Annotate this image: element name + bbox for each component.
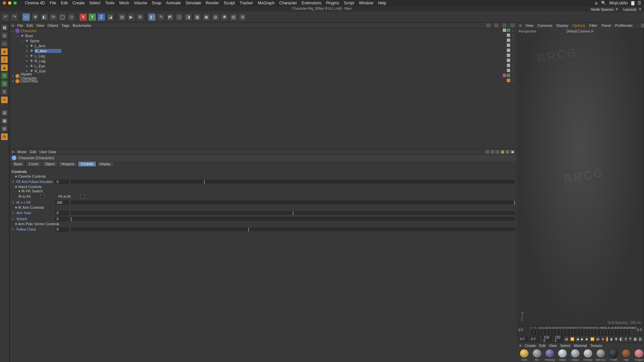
tree-object-name[interactable]: LIGHTING [20, 79, 47, 83]
om-menu-view[interactable]: View [36, 23, 44, 27]
tree-expander-icon[interactable]: – [20, 39, 24, 43]
ik-fk-slider[interactable] [71, 201, 515, 204]
redo-icon[interactable]: ↷ [10, 13, 18, 21]
anim-dot-icon[interactable] [12, 228, 14, 231]
vp-menu-panel[interactable]: Panel [601, 23, 611, 27]
tree-object-name[interactable]: L_Arm [35, 44, 61, 48]
tree-object-name[interactable]: L_Eye [35, 64, 61, 68]
menu-extensions[interactable]: Extensions [302, 1, 321, 5]
menu-script[interactable]: Script [344, 1, 354, 5]
clavicle-group[interactable]: ▾ Clavicle Controls [15, 174, 515, 179]
attr-tab-object[interactable]: Object [42, 161, 58, 167]
quantize-icon[interactable]: ⟳ [1, 133, 8, 140]
zoom-window-icon[interactable] [13, 1, 17, 5]
axis-x-toggle[interactable]: X [79, 13, 87, 21]
add-camera-icon[interactable]: ◍ [211, 13, 219, 21]
vp-menu-options[interactable]: Options [573, 23, 585, 27]
material-tongue[interactable]: Tongue [633, 349, 644, 361]
layer-dots-icon[interactable]: ⋮ [511, 74, 515, 78]
live-select-icon[interactable]: ⊙ [67, 13, 75, 21]
material-list[interactable]: GoldBGPiercingGlassGlassFramesBelt bucT-… [517, 348, 644, 362]
tag-grey-icon[interactable] [507, 59, 510, 62]
tree-object-name[interactable]: L_Leg [35, 54, 61, 58]
layer-dots-icon[interactable]: ⋮ [511, 79, 515, 83]
mm-menu-material[interactable]: Material [574, 344, 587, 348]
ik-fk-value[interactable]: 100 [55, 200, 69, 205]
om-menu-object[interactable]: Object [48, 23, 58, 27]
play-icon[interactable]: ▶ [581, 336, 584, 342]
select-tool-icon[interactable]: ▭ [22, 13, 30, 21]
menu-snap[interactable]: Snap [152, 1, 161, 5]
tree-row-l_eye[interactable]: +✚L_Eye⋮ [10, 63, 517, 68]
material-frames[interactable]: Frames [582, 349, 594, 361]
anim-dot-icon[interactable] [12, 218, 14, 220]
menu-tracker[interactable]: Tracker [239, 1, 253, 5]
anim-dot-icon[interactable] [12, 201, 14, 204]
render-settings-icon[interactable]: ⚙ [136, 13, 144, 21]
key-pos-icon[interactable]: ✥ [614, 336, 618, 342]
am-back-icon[interactable]: ← [485, 150, 489, 154]
om-filter-icon[interactable] [494, 23, 498, 27]
tree-object-name[interactable]: R_Arm [35, 49, 61, 53]
layer-dots-icon[interactable]: ⋮ [511, 64, 515, 68]
tree-row-spine[interactable]: –✚Spine⋮ [10, 38, 517, 43]
fk-to-ik-checkbox[interactable] [80, 195, 84, 198]
next-frame-icon[interactable]: ▶ [585, 336, 589, 342]
add-scene-icon[interactable]: ▣ [202, 13, 210, 21]
am-menu-mode[interactable]: Mode [17, 150, 26, 154]
last-tool-icon[interactable]: ◯ [58, 13, 66, 21]
tree-object-name[interactable]: Root [25, 34, 52, 38]
menu-mograph[interactable]: MoGraph [258, 1, 275, 5]
key-opts-icon[interactable]: ▤ [638, 336, 642, 342]
tree-expander-icon[interactable]: – [16, 34, 19, 38]
viewport-display-icon[interactable]: ⊞ [238, 13, 247, 21]
edge-mode-icon[interactable]: │ [1, 56, 8, 63]
tree-row-root[interactable]: –✚Root⋮ [10, 33, 517, 38]
material-glass[interactable]: Glass [570, 349, 581, 361]
axis-z-toggle[interactable]: Z [97, 13, 105, 21]
material-gold[interactable]: Gold [519, 349, 530, 361]
key-scale-icon[interactable]: ◧ [619, 336, 623, 342]
material-hair[interactable]: Hair [621, 349, 632, 361]
add-modeling-icon[interactable]: ◫ [175, 13, 183, 21]
attr-tab-coord[interactable]: Coord. [25, 161, 42, 167]
am-lock-icon[interactable]: 🔒 [500, 150, 504, 154]
attr-tab-basic[interactable]: Basic [11, 161, 25, 167]
tweak-icon[interactable]: ✧ [1, 96, 8, 104]
tag-grey-icon[interactable] [507, 69, 510, 72]
mm-hamburger-icon[interactable]: ≡ [519, 344, 521, 348]
anim-dot-icon[interactable] [12, 180, 14, 183]
fk-arm-follow-slider[interactable] [71, 180, 515, 183]
add-deformer-icon[interactable]: ◨ [184, 13, 192, 21]
tree-row-l_leg[interactable]: +✚L_Leg⋮ [10, 53, 517, 58]
layer-dots-icon[interactable]: ⋮ [511, 49, 515, 53]
menu-mesh[interactable]: Mesh [119, 1, 129, 5]
add-spline-icon[interactable]: ✎ [157, 13, 165, 21]
tree-expander-icon[interactable]: + [25, 44, 29, 48]
prev-frame-icon[interactable]: ◀ [576, 336, 579, 342]
tree-object-name[interactable]: Character [20, 29, 47, 33]
attr-tab-controls[interactable]: Controls [78, 161, 96, 167]
tag-grey-icon[interactable] [507, 54, 510, 57]
mm-menu-select[interactable]: Select [560, 344, 571, 348]
ik-to-fk-checkbox[interactable] [41, 195, 44, 198]
render-picture-icon[interactable]: ▶ [127, 13, 135, 21]
follow-chest-value[interactable]: 0 [55, 227, 69, 232]
om-view-icon[interactable] [502, 23, 506, 27]
point-mode-icon[interactable]: ● [1, 48, 8, 55]
ikfk-switch-group[interactable]: ▾ IK-FK Switch [18, 189, 515, 193]
move-tool-icon[interactable]: ✥ [31, 13, 39, 21]
attr-tab-hotspots[interactable]: Hotspots [58, 161, 77, 167]
frame-end-field-2[interactable]: 150 F [553, 335, 563, 344]
add-cube-icon[interactable]: ◧ [148, 13, 156, 21]
add-light-icon[interactable]: ✺ [220, 13, 228, 21]
vp-menu-display[interactable]: Display [556, 23, 569, 27]
snap-s2-icon[interactable]: S [1, 80, 8, 87]
om-menu-tags[interactable]: Tags [62, 23, 69, 27]
am-hamburger-icon[interactable]: ≡ [12, 150, 14, 154]
ik-arm-group[interactable]: ▾ IK Arm Controls [15, 205, 515, 210]
add-field-icon[interactable]: ▦ [193, 13, 201, 21]
vp-pan-icon[interactable] [641, 23, 644, 27]
menu-edit[interactable]: Edit [61, 1, 68, 5]
om-menu-bookmarks[interactable]: Bookmarks [73, 23, 91, 27]
